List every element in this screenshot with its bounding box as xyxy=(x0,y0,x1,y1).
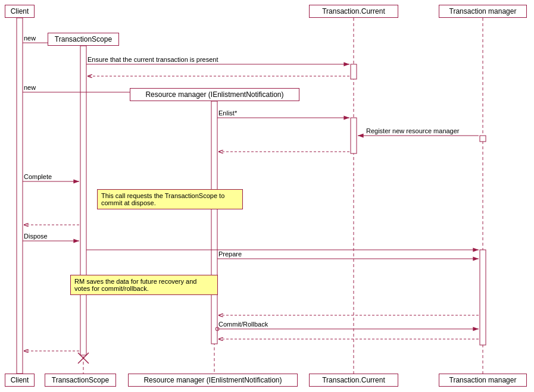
svg-rect-6 xyxy=(17,18,23,374)
svg-rect-8 xyxy=(211,101,217,344)
diagram-container: new Ensure that the current transaction … xyxy=(0,0,534,392)
svg-text:new: new xyxy=(24,35,36,42)
actor-txcurrent-top: Transaction.Current xyxy=(309,5,398,18)
actor-resmgr-top: Resource manager (IEnlistmentNotificatio… xyxy=(130,88,299,101)
note-complete: This call requests the TransactionScope … xyxy=(97,189,243,209)
actor-resmgr-bottom: Resource manager (IEnlistmentNotificatio… xyxy=(128,374,298,387)
actor-txscope-bottom: TransactionScope xyxy=(45,374,116,387)
sequence-diagram-svg: new Ensure that the current transaction … xyxy=(0,0,534,392)
svg-text:Dispose: Dispose xyxy=(24,233,48,240)
svg-text:Ensure that the current transa: Ensure that the current transaction is p… xyxy=(88,56,218,63)
actor-txcurrent-bottom: Transaction.Current xyxy=(309,374,398,387)
svg-text:Complete: Complete xyxy=(24,173,52,180)
svg-rect-11 xyxy=(480,136,486,142)
actor-txmanager-top: Transaction manager xyxy=(439,5,527,18)
svg-rect-9 xyxy=(351,64,357,79)
svg-rect-12 xyxy=(480,250,486,345)
svg-text:Commit/Rollback: Commit/Rollback xyxy=(218,321,268,328)
svg-text:new: new xyxy=(24,84,36,91)
svg-text:Enlist*: Enlist* xyxy=(218,109,238,117)
actor-txmanager-bottom: Transaction manager xyxy=(439,374,527,387)
actor-client-top: Client xyxy=(5,5,35,18)
svg-text:Register new resource manager: Register new resource manager xyxy=(366,127,460,134)
svg-text:Prepare: Prepare xyxy=(218,250,242,258)
note-prepare: RM saves the data for future recovery an… xyxy=(70,275,218,295)
actor-txscope-top: TransactionScope xyxy=(48,33,119,46)
actor-client-bottom: Client xyxy=(5,374,35,387)
svg-rect-10 xyxy=(351,118,357,153)
